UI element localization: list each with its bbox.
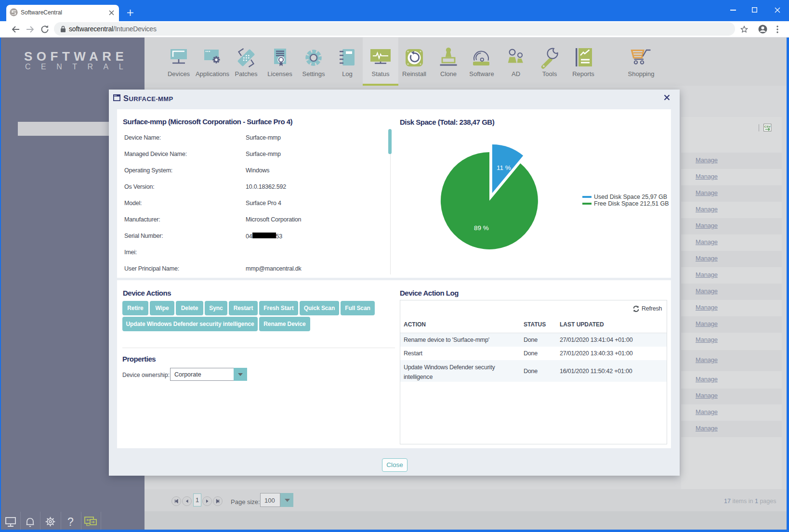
svg-text:CSV: CSV: [764, 125, 771, 128]
svg-text:89 %: 89 %: [474, 224, 489, 232]
svg-text:11 %: 11 %: [497, 164, 511, 171]
